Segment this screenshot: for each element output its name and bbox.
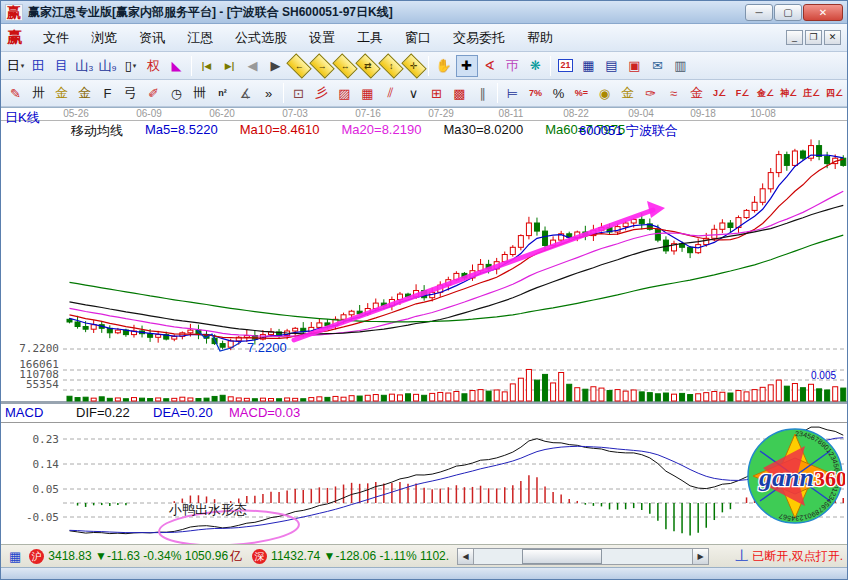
menu-item-news[interactable]: 资讯	[128, 26, 176, 50]
hatch-grid-icon[interactable]: ▩	[449, 82, 471, 104]
zigzag-tool-icon[interactable]: ∨	[403, 82, 425, 104]
spiral-grid-icon[interactable]: 弓	[120, 82, 142, 104]
child-restore-button[interactable]: ❐	[805, 30, 822, 45]
angle-measure-icon[interactable]: ∢	[479, 55, 501, 77]
gold-grid2-icon[interactable]: 金	[74, 82, 96, 104]
nav-fit-diamond-icon[interactable]: ↕	[378, 53, 403, 78]
f-grid-icon[interactable]: F	[97, 82, 119, 104]
window-resize-edge[interactable]	[1, 567, 847, 580]
gann-grid-icon[interactable]: 卅	[28, 82, 50, 104]
drawing-toolbar: ✎卅金金F弓✐◷卌n²∡»⊡彡▨▦⫽∨⊞▩∥⊨7%%%=◉金✑≈金J∠F∠金∠神…	[1, 80, 847, 107]
app-logo-icon: 赢	[5, 4, 23, 21]
speed-lines-icon[interactable]: ⫽	[380, 82, 402, 104]
multi-window-icon[interactable]: 田	[28, 55, 50, 77]
menu-item-formula-stock-pick[interactable]: 公式选股	[224, 26, 298, 50]
chart-canvas[interactable]: 日K线 05-2606-0906-2007-0307-1607-2908-110…	[1, 107, 847, 544]
scrollbar-track[interactable]	[474, 549, 692, 564]
minimize-button[interactable]: ─	[745, 4, 773, 21]
gann-square-icon[interactable]: 帀	[502, 55, 524, 77]
kline-chart[interactable]	[1, 108, 847, 544]
gold-circle-icon[interactable]: ◉	[594, 82, 616, 104]
ma-legend-title: 移动均线	[71, 122, 123, 140]
connection-status-text[interactable]: 已断开,双点打开.	[752, 548, 843, 565]
shanghai-market-icon: 沪	[29, 549, 44, 564]
nav-left-diamond-icon[interactable]: ←	[286, 53, 311, 78]
crosshair-icon[interactable]: ✚	[456, 55, 478, 77]
child-minimize-button[interactable]: _	[786, 30, 803, 45]
nav-right-diamond-icon[interactable]: →	[309, 53, 334, 78]
density-grid-icon[interactable]: 卌	[189, 82, 211, 104]
j-angle-icon[interactable]: J∠	[709, 82, 731, 104]
info-panel-icon[interactable]: 目	[51, 55, 73, 77]
last-bar-icon[interactable]: ▶|	[219, 55, 241, 77]
drag-hand-icon[interactable]: ✋	[433, 55, 455, 77]
calculator-icon[interactable]: ▦	[578, 55, 600, 77]
prev-bar-icon[interactable]: ◀	[242, 55, 264, 77]
parallel-lines-icon[interactable]: ∥	[472, 82, 494, 104]
maximize-button[interactable]: ▢	[774, 4, 802, 21]
scroll-left-button[interactable]: ◀	[458, 549, 474, 564]
si-angle-icon[interactable]: 四∠	[824, 82, 846, 104]
gold-angle-icon[interactable]: 金∠	[755, 82, 777, 104]
restore-rights-icon[interactable]: 权	[143, 55, 165, 77]
scroll-right-button[interactable]: ▶	[692, 549, 708, 564]
scrollbar-thumb[interactable]	[522, 549, 602, 564]
x-axis-date-label: 05-26	[63, 108, 89, 119]
smart-analysis-icon[interactable]: ❋	[525, 55, 547, 77]
ruler-scale-icon[interactable]: ⊨	[502, 82, 524, 104]
low-price-annotation: 7.2200	[247, 340, 287, 355]
percent-icon[interactable]: %	[548, 82, 570, 104]
red-brush-icon[interactable]: ✐	[143, 82, 165, 104]
bars-9-icon[interactable]: 山₉	[97, 55, 119, 77]
menu-logo-icon: 赢	[7, 28, 22, 47]
gold-grid1-icon[interactable]: 金	[51, 82, 73, 104]
menu-item-gann[interactable]: 江恩	[176, 26, 224, 50]
menu-item-settings[interactable]: 设置	[298, 26, 346, 50]
percent-range-icon[interactable]: 7%	[525, 82, 547, 104]
volume-profile-icon[interactable]: ◣	[166, 55, 188, 77]
f-angle-icon[interactable]: F∠	[732, 82, 754, 104]
remote-pc-icon[interactable]: ▥	[670, 55, 692, 77]
shen-angle-icon[interactable]: 神∠	[778, 82, 800, 104]
kline-period-button[interactable]: 日▾	[5, 55, 27, 77]
next-bar-icon[interactable]: ▶	[265, 55, 287, 77]
red-grid-icon[interactable]: ⊞	[426, 82, 448, 104]
bars-3-icon[interactable]: 山₃	[74, 55, 96, 77]
zhuang-angle-icon[interactable]: 庄∠	[801, 82, 823, 104]
protractor-icon[interactable]: ∡	[235, 82, 257, 104]
menu-item-file[interactable]: 文件	[32, 26, 80, 50]
wave-band-icon[interactable]: ≈	[663, 82, 685, 104]
macd-axis-label: 0.05	[11, 483, 59, 496]
grid-box-icon[interactable]: ▦	[357, 82, 379, 104]
menu-item-window[interactable]: 窗口	[394, 26, 442, 50]
x-axis-date-label: 10-08	[750, 108, 776, 119]
draw-brush-icon[interactable]: ✎	[5, 82, 27, 104]
gold-channel-icon[interactable]: 金	[686, 82, 708, 104]
horizontal-scrollbar[interactable]: ◀ ▶	[457, 548, 709, 565]
menu-item-trade-order[interactable]: 交易委托	[442, 26, 516, 50]
nav-full-diamond-icon[interactable]: ✛	[401, 53, 426, 78]
more-tools-chevron[interactable]: »	[258, 82, 280, 104]
menu-item-help[interactable]: 帮助	[516, 26, 564, 50]
gold-level-icon[interactable]: 金	[617, 82, 639, 104]
close-button[interactable]: ✕	[803, 4, 843, 21]
gann-fan-icon[interactable]: 彡	[311, 82, 333, 104]
menu-item-tools[interactable]: 工具	[346, 26, 394, 50]
quote-board-icon[interactable]: ▦	[9, 549, 21, 564]
calendar-icon[interactable]: 21	[555, 55, 577, 77]
child-close-button[interactable]: ✕	[824, 30, 841, 45]
time-cycle-icon[interactable]: ◷	[166, 82, 188, 104]
price-box-icon[interactable]: ▨	[334, 82, 356, 104]
n2-grid-icon[interactable]: n²	[212, 82, 234, 104]
percent-line-icon[interactable]: %=	[571, 82, 593, 104]
nav-compress-diamond-icon[interactable]: ⇄	[355, 53, 380, 78]
candle-style-button[interactable]: ▯▾	[120, 55, 142, 77]
frame-tool-icon[interactable]: ⊡	[288, 82, 310, 104]
marker-brush-icon[interactable]: ✑	[640, 82, 662, 104]
menu-item-browse[interactable]: 浏览	[80, 26, 128, 50]
notebook-icon[interactable]: ▤	[601, 55, 623, 77]
save-icon[interactable]: ▣	[624, 55, 646, 77]
nav-expand-diamond-icon[interactable]: ↔	[332, 53, 357, 78]
first-bar-icon[interactable]: |◀	[196, 55, 218, 77]
send-report-icon[interactable]: ✉	[647, 55, 669, 77]
